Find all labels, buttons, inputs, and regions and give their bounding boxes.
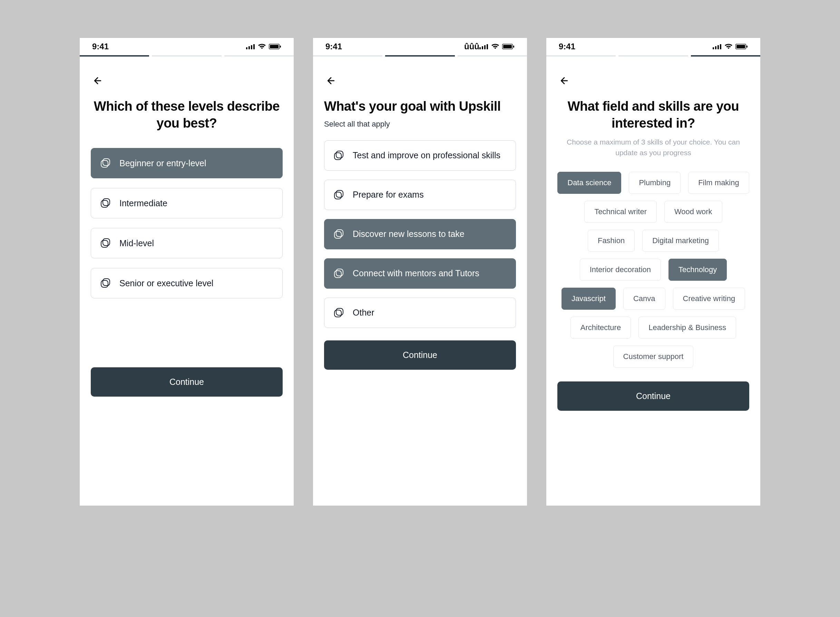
svg-rect-38	[747, 46, 747, 47]
onboarding-screen-skills: 9:41 What field and skills are you inter…	[546, 38, 760, 506]
status-right	[713, 42, 748, 52]
skill-chip-technical-writer[interactable]: Technical writer	[584, 201, 657, 223]
level-option-intermediate[interactable]: Intermediate	[91, 188, 282, 218]
level-option-midlevel[interactable]: Mid-level	[91, 228, 282, 258]
status-right: ûûû	[464, 42, 515, 52]
wifi-icon	[491, 42, 499, 52]
svg-rect-13	[101, 280, 108, 287]
progress-step-2	[152, 55, 221, 56]
goal-option-mentors[interactable]: Connect with mentors and Tutors	[324, 258, 516, 289]
continue-button[interactable]: Continue	[324, 340, 516, 370]
svg-rect-14	[103, 279, 110, 286]
cellular-icon	[713, 42, 722, 52]
arrow-left-icon	[326, 75, 336, 86]
status-time: 9:41	[92, 42, 109, 52]
skill-chip-fashion[interactable]: Fashion	[588, 230, 634, 252]
arrow-left-icon	[559, 75, 569, 86]
status-time: 9:41	[559, 42, 575, 52]
svg-rect-29	[336, 269, 343, 276]
option-label: Beginner or entry-level	[120, 158, 273, 168]
svg-rect-6	[280, 46, 281, 47]
goal-option-discover-lessons[interactable]: Discover new lessons to take	[324, 219, 516, 249]
option-label: Senior or executive level	[120, 278, 273, 288]
svg-rect-5	[270, 45, 278, 48]
option-label: Discover new lessons to take	[353, 229, 507, 239]
option-label: Intermediate	[120, 198, 273, 208]
page-subtitle: Select all that apply	[324, 120, 516, 128]
squircle-icon	[333, 151, 344, 161]
svg-rect-11	[101, 241, 108, 247]
option-label: Mid-level	[120, 238, 273, 248]
cellular-icon	[246, 42, 255, 52]
status-time: 9:41	[325, 42, 342, 52]
onboarding-screen-goal: 9:41 ûûû What's your goal with Upskill S…	[313, 38, 527, 506]
progress-step-1	[546, 55, 616, 56]
continue-button[interactable]: Continue	[91, 367, 282, 397]
level-option-beginner[interactable]: Beginner or entry-level	[91, 148, 282, 178]
goal-option-exams[interactable]: Prepare for exams	[324, 180, 516, 210]
battery-icon	[735, 42, 748, 52]
skill-chip-plumbing[interactable]: Plumbing	[629, 172, 680, 194]
option-label: Other	[353, 308, 507, 317]
squircle-icon	[100, 238, 111, 248]
continue-button[interactable]: Continue	[558, 381, 749, 411]
skill-chip-leadership-business[interactable]: Leadership & Business	[639, 317, 736, 339]
squircle-icon	[333, 190, 344, 200]
svg-rect-21	[513, 46, 514, 47]
svg-rect-22	[334, 153, 341, 160]
progress-step-3	[458, 55, 527, 56]
back-button[interactable]	[91, 74, 105, 88]
svg-rect-23	[336, 151, 343, 158]
status-right	[246, 42, 281, 52]
skill-chip-digital-marketing[interactable]: Digital marketing	[642, 230, 719, 252]
svg-rect-18	[487, 44, 488, 49]
skill-chip-interior-decoration[interactable]: Interior decoration	[580, 259, 661, 281]
skill-chip-architecture[interactable]: Architecture	[571, 317, 631, 339]
skill-chip-technology[interactable]: Technology	[668, 259, 727, 281]
goal-option-other[interactable]: Other	[324, 298, 516, 328]
squircle-icon	[333, 229, 344, 239]
back-button[interactable]	[324, 74, 338, 88]
progress-step-1	[313, 55, 382, 56]
svg-rect-33	[715, 46, 716, 49]
squircle-icon	[100, 158, 111, 168]
skill-chip-film-making[interactable]: Film making	[688, 172, 749, 194]
progress-step-2	[385, 55, 454, 56]
status-bar: 9:41	[546, 38, 760, 55]
battery-icon	[502, 42, 515, 52]
skill-chip-creative-writing[interactable]: Creative writing	[673, 288, 745, 310]
skill-chip-wood-work[interactable]: Wood work	[664, 201, 722, 223]
svg-rect-26	[334, 232, 341, 238]
arrow-left-icon	[93, 75, 103, 86]
squircle-icon	[333, 268, 344, 279]
svg-rect-12	[103, 239, 110, 245]
skill-chip-data-science[interactable]: Data science	[558, 172, 621, 194]
progress-step-3	[224, 55, 294, 56]
goal-option-test-improve[interactable]: Test and improve on professional skills	[324, 140, 516, 171]
svg-rect-25	[336, 190, 343, 197]
svg-rect-9	[101, 201, 108, 207]
progress-step-2	[618, 55, 688, 56]
svg-rect-31	[336, 308, 343, 315]
wifi-icon	[258, 42, 266, 52]
page-subtitle: Choose a maximum of 3 skills of your cho…	[558, 137, 749, 158]
page-title: What field and skills are you interested…	[558, 98, 749, 131]
skill-chip-canva[interactable]: Canva	[623, 288, 665, 310]
back-button[interactable]	[558, 74, 571, 88]
svg-rect-35	[720, 44, 721, 49]
cellular-icon: ûûû	[464, 42, 488, 52]
svg-rect-8	[103, 159, 110, 165]
battery-icon	[269, 42, 281, 52]
onboarding-screen-level: 9:41 Which of these levels describe you …	[80, 38, 294, 506]
svg-rect-0	[246, 47, 247, 49]
svg-rect-15	[479, 47, 481, 49]
skill-chip-javascript[interactable]: Javascript	[562, 288, 616, 310]
squircle-icon	[100, 278, 111, 288]
squircle-icon	[333, 308, 344, 318]
status-bar: 9:41 ûûû	[313, 38, 527, 55]
skill-chip-customer-support[interactable]: Customer support	[613, 345, 694, 368]
squircle-icon	[100, 198, 111, 208]
level-option-senior[interactable]: Senior or executive level	[91, 268, 282, 298]
svg-rect-24	[334, 192, 341, 199]
progress-step-3	[691, 55, 760, 56]
